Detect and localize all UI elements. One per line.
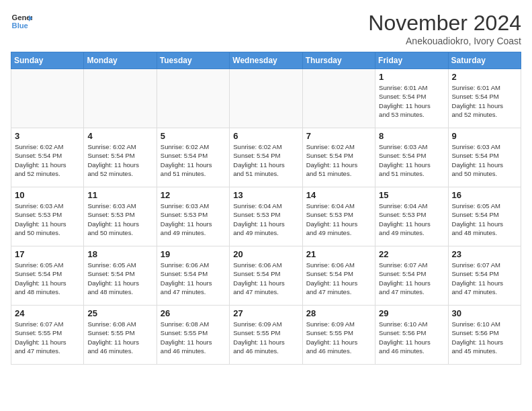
day-info: Sunrise: 6:06 AMSunset: 5:54 PMDaylight:… xyxy=(306,261,371,296)
day-info: Sunrise: 6:02 AMSunset: 5:54 PMDaylight:… xyxy=(233,142,298,178)
svg-text:Blue: Blue xyxy=(12,21,28,30)
calendar-cell: 20Sunrise: 6:06 AMSunset: 5:54 PMDayligh… xyxy=(230,246,302,306)
day-info: Sunrise: 6:07 AMSunset: 5:55 PMDaylight:… xyxy=(15,320,80,355)
calendar-cell: 30Sunrise: 6:10 AMSunset: 5:56 PMDayligh… xyxy=(448,306,521,365)
day-number: 6 xyxy=(233,131,298,141)
day-info: Sunrise: 6:04 AMSunset: 5:53 PMDaylight:… xyxy=(233,201,298,237)
day-info: Sunrise: 6:07 AMSunset: 5:54 PMDaylight:… xyxy=(379,261,444,296)
day-info: Sunrise: 6:09 AMSunset: 5:55 PMDaylight:… xyxy=(233,320,298,355)
day-number: 28 xyxy=(306,308,371,318)
page-header: General Blue November 2024 Anekouadiokro… xyxy=(11,11,521,46)
weekday-header-friday: Friday xyxy=(375,52,448,69)
week-row-5: 24Sunrise: 6:07 AMSunset: 5:55 PMDayligh… xyxy=(11,306,521,365)
calendar-cell: 25Sunrise: 6:08 AMSunset: 5:55 PMDayligh… xyxy=(84,306,157,365)
day-info: Sunrise: 6:06 AMSunset: 5:54 PMDaylight:… xyxy=(233,261,298,296)
day-number: 7 xyxy=(306,131,371,141)
day-info: Sunrise: 6:08 AMSunset: 5:55 PMDaylight:… xyxy=(161,320,226,355)
day-info: Sunrise: 6:03 AMSunset: 5:54 PMDaylight:… xyxy=(379,142,444,178)
week-row-2: 3Sunrise: 6:02 AMSunset: 5:54 PMDaylight… xyxy=(11,128,521,187)
location: Anekouadiokro, Ivory Coast xyxy=(368,36,521,46)
day-info: Sunrise: 6:07 AMSunset: 5:54 PMDaylight:… xyxy=(452,261,517,296)
weekday-header-row: SundayMondayTuesdayWednesdayThursdayFrid… xyxy=(11,52,521,69)
day-number: 11 xyxy=(87,190,152,200)
day-info: Sunrise: 6:03 AMSunset: 5:53 PMDaylight:… xyxy=(87,201,152,237)
day-number: 5 xyxy=(161,131,226,141)
calendar-cell: 27Sunrise: 6:09 AMSunset: 5:55 PMDayligh… xyxy=(230,306,302,365)
day-info: Sunrise: 6:05 AMSunset: 5:54 PMDaylight:… xyxy=(15,261,80,296)
day-info: Sunrise: 6:02 AMSunset: 5:54 PMDaylight:… xyxy=(87,142,152,178)
day-info: Sunrise: 6:10 AMSunset: 5:56 PMDaylight:… xyxy=(452,320,517,355)
calendar-cell: 26Sunrise: 6:08 AMSunset: 5:55 PMDayligh… xyxy=(157,306,229,365)
calendar-cell xyxy=(157,69,229,128)
day-info: Sunrise: 6:03 AMSunset: 5:53 PMDaylight:… xyxy=(161,201,226,237)
calendar-cell: 14Sunrise: 6:04 AMSunset: 5:53 PMDayligh… xyxy=(302,187,375,246)
day-info: Sunrise: 6:02 AMSunset: 5:54 PMDaylight:… xyxy=(306,142,371,178)
title-block: November 2024 Anekouadiokro, Ivory Coast xyxy=(368,11,521,46)
calendar-cell: 15Sunrise: 6:04 AMSunset: 5:53 PMDayligh… xyxy=(375,187,448,246)
calendar-cell: 2Sunrise: 6:01 AMSunset: 5:54 PMDaylight… xyxy=(448,69,521,128)
calendar-cell: 24Sunrise: 6:07 AMSunset: 5:55 PMDayligh… xyxy=(11,306,84,365)
week-row-4: 17Sunrise: 6:05 AMSunset: 5:54 PMDayligh… xyxy=(11,246,521,306)
day-number: 20 xyxy=(233,249,298,259)
day-number: 4 xyxy=(87,131,152,141)
day-number: 17 xyxy=(15,249,80,259)
weekday-header-saturday: Saturday xyxy=(448,52,521,69)
day-info: Sunrise: 6:05 AMSunset: 5:54 PMDaylight:… xyxy=(87,261,152,296)
month-title: November 2024 xyxy=(368,11,521,36)
day-number: 19 xyxy=(161,249,226,259)
calendar-cell: 21Sunrise: 6:06 AMSunset: 5:54 PMDayligh… xyxy=(302,246,375,306)
day-number: 15 xyxy=(379,190,444,200)
calendar-cell: 29Sunrise: 6:10 AMSunset: 5:56 PMDayligh… xyxy=(375,306,448,365)
day-info: Sunrise: 6:05 AMSunset: 5:54 PMDaylight:… xyxy=(452,201,517,237)
day-number: 27 xyxy=(233,308,298,318)
day-number: 3 xyxy=(15,131,80,141)
week-row-3: 10Sunrise: 6:03 AMSunset: 5:53 PMDayligh… xyxy=(11,187,521,246)
calendar-cell: 9Sunrise: 6:03 AMSunset: 5:54 PMDaylight… xyxy=(448,128,521,187)
day-info: Sunrise: 6:04 AMSunset: 5:53 PMDaylight:… xyxy=(306,201,371,237)
calendar-cell: 6Sunrise: 6:02 AMSunset: 5:54 PMDaylight… xyxy=(230,128,302,187)
day-info: Sunrise: 6:06 AMSunset: 5:54 PMDaylight:… xyxy=(161,261,226,296)
calendar-cell: 3Sunrise: 6:02 AMSunset: 5:54 PMDaylight… xyxy=(11,128,84,187)
calendar-table: SundayMondayTuesdayWednesdayThursdayFrid… xyxy=(11,52,521,365)
weekday-header-tuesday: Tuesday xyxy=(157,52,229,69)
day-info: Sunrise: 6:02 AMSunset: 5:54 PMDaylight:… xyxy=(161,142,226,178)
day-number: 21 xyxy=(306,249,371,259)
day-number: 10 xyxy=(15,190,80,200)
calendar-cell: 11Sunrise: 6:03 AMSunset: 5:53 PMDayligh… xyxy=(84,187,157,246)
calendar-cell: 10Sunrise: 6:03 AMSunset: 5:53 PMDayligh… xyxy=(11,187,84,246)
calendar-cell: 28Sunrise: 6:09 AMSunset: 5:55 PMDayligh… xyxy=(302,306,375,365)
day-info: Sunrise: 6:02 AMSunset: 5:54 PMDaylight:… xyxy=(15,142,80,178)
day-number: 12 xyxy=(161,190,226,200)
day-number: 23 xyxy=(452,249,517,259)
calendar-cell: 1Sunrise: 6:01 AMSunset: 5:54 PMDaylight… xyxy=(375,69,448,128)
week-row-1: 1Sunrise: 6:01 AMSunset: 5:54 PMDaylight… xyxy=(11,69,521,128)
day-info: Sunrise: 6:01 AMSunset: 5:54 PMDaylight:… xyxy=(452,83,517,119)
calendar-cell: 13Sunrise: 6:04 AMSunset: 5:53 PMDayligh… xyxy=(230,187,302,246)
logo-icon: General Blue xyxy=(11,11,32,32)
day-number: 16 xyxy=(452,190,517,200)
logo: General Blue xyxy=(11,11,32,32)
day-number: 18 xyxy=(87,249,152,259)
day-info: Sunrise: 6:03 AMSunset: 5:53 PMDaylight:… xyxy=(15,201,80,237)
day-number: 2 xyxy=(452,72,517,82)
calendar-cell: 7Sunrise: 6:02 AMSunset: 5:54 PMDaylight… xyxy=(302,128,375,187)
calendar-cell xyxy=(302,69,375,128)
day-number: 29 xyxy=(379,308,444,318)
calendar-cell: 16Sunrise: 6:05 AMSunset: 5:54 PMDayligh… xyxy=(448,187,521,246)
day-number: 24 xyxy=(15,308,80,318)
calendar-cell: 22Sunrise: 6:07 AMSunset: 5:54 PMDayligh… xyxy=(375,246,448,306)
calendar-cell: 18Sunrise: 6:05 AMSunset: 5:54 PMDayligh… xyxy=(84,246,157,306)
calendar-cell xyxy=(84,69,157,128)
calendar-cell: 4Sunrise: 6:02 AMSunset: 5:54 PMDaylight… xyxy=(84,128,157,187)
calendar-cell: 12Sunrise: 6:03 AMSunset: 5:53 PMDayligh… xyxy=(157,187,229,246)
day-number: 25 xyxy=(87,308,152,318)
day-number: 26 xyxy=(161,308,226,318)
weekday-header-monday: Monday xyxy=(84,52,157,69)
calendar-cell xyxy=(11,69,84,128)
day-info: Sunrise: 6:03 AMSunset: 5:54 PMDaylight:… xyxy=(452,142,517,178)
calendar-cell xyxy=(230,69,302,128)
calendar-cell: 19Sunrise: 6:06 AMSunset: 5:54 PMDayligh… xyxy=(157,246,229,306)
calendar-cell: 5Sunrise: 6:02 AMSunset: 5:54 PMDaylight… xyxy=(157,128,229,187)
day-number: 14 xyxy=(306,190,371,200)
day-info: Sunrise: 6:08 AMSunset: 5:55 PMDaylight:… xyxy=(87,320,152,355)
